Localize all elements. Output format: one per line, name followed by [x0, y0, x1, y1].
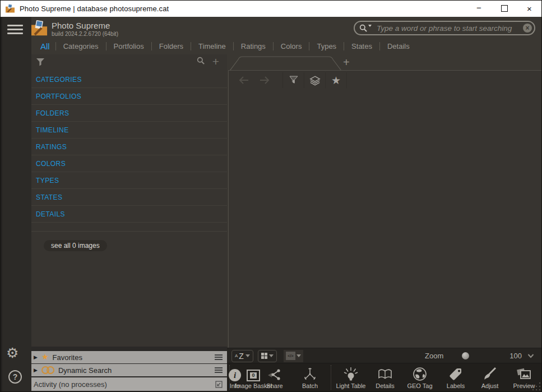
favorites-menu-icon[interactable] [215, 354, 223, 360]
dynamic-search-menu-icon[interactable] [215, 367, 223, 373]
favorites-panel-header[interactable]: ▶ ★ Favorites [29, 351, 227, 363]
app-header: Photo Supreme build 2024.2.2.6720 (64bit… [0, 17, 542, 38]
build-info: build 2024.2.2.6720 (64bit) [52, 31, 118, 37]
catalog-item-ratings[interactable]: RATINGS [29, 139, 227, 155]
tab-details[interactable]: Details [380, 42, 417, 50]
code-tag-icon: </> [286, 352, 295, 360]
tab-portfolios[interactable]: Portfolios [106, 42, 151, 50]
activity-label: Activity (no processes) [34, 380, 215, 389]
info-dropdown-icon [297, 354, 301, 357]
search-input[interactable] [376, 24, 523, 33]
action-bar: i Info 0 Image Basket Share Batch Light … [227, 363, 542, 392]
app-logo-icon [5, 4, 15, 13]
action-preview[interactable]: Preview [502, 365, 542, 389]
close-button[interactable]: × [517, 0, 542, 17]
favorites-star-icon: ★ [41, 352, 49, 361]
window-title: Photo Supreme | database photosupreme.ca… [20, 4, 169, 13]
zoom-dropdown-icon[interactable] [527, 353, 534, 358]
expand-triangle-icon[interactable]: ▶ [34, 367, 38, 373]
catalog-add-icon[interactable]: + [212, 56, 219, 67]
catalog-item-types[interactable]: TYPES [29, 172, 227, 189]
viewer-panel: ★ [228, 70, 542, 348]
batch-icon [288, 365, 332, 381]
viewer-nav-toolbar: ★ [229, 71, 542, 90]
stacks-icon[interactable] [304, 72, 325, 88]
tab-folders[interactable]: Folders [152, 42, 191, 50]
catalog-item-timeline[interactable]: TIMELINE [29, 122, 227, 139]
filter-icon[interactable] [36, 58, 45, 69]
catalog-search-icon[interactable] [197, 57, 205, 67]
app-name: Photo Supreme [52, 20, 118, 31]
thumbnail-info-button[interactable]: </> [284, 350, 303, 362]
see-all-images-button[interactable]: see all 0 images [44, 240, 107, 251]
catalog-list: CATEGORIES PORTFOLIOS FOLDERS TIMELINE R… [29, 71, 227, 223]
view-tab-bar: All Categories Portfolios Folders Timeli… [29, 38, 542, 54]
main-menu-icon[interactable] [7, 25, 23, 34]
dynamic-search-label: Dynamic Search [58, 366, 211, 375]
viewer-filter-icon[interactable] [282, 72, 304, 88]
sort-dropdown-icon [245, 354, 250, 357]
dynamic-search-icon [41, 366, 54, 374]
tab-timeline[interactable]: Timeline [191, 42, 233, 50]
forward-icon[interactable] [254, 72, 275, 88]
activity-panel[interactable]: Activity (no processes) [29, 377, 227, 391]
tab-colors[interactable]: Colors [274, 42, 309, 50]
zoom-value[interactable]: 100 [509, 352, 522, 360]
resize-grip[interactable] [539, 389, 540, 390]
catalog-item-colors[interactable]: COLORS [29, 155, 227, 172]
thumbnail-view-button[interactable] [258, 350, 277, 362]
new-tab-icon[interactable]: + [343, 56, 350, 69]
tab-ratings[interactable]: Ratings [234, 42, 273, 50]
zoom-slider[interactable] [462, 352, 469, 359]
collection-tab[interactable] [230, 56, 342, 71]
maximize-button[interactable] [492, 0, 517, 17]
left-bottom-panels: ▶ ★ Favorites ▶ Dynamic Search Activity … [29, 347, 227, 392]
dynamic-search-panel-header[interactable]: ▶ Dynamic Search [29, 364, 227, 376]
left-rail: ⚙ ? [0, 17, 31, 392]
back-icon[interactable] [233, 72, 254, 88]
catalog-item-details[interactable]: DETAILS [29, 206, 227, 223]
tab-all[interactable]: All [35, 41, 55, 51]
viewer-area: + ★ [227, 54, 542, 348]
catalog-item-states[interactable]: STATES [29, 189, 227, 206]
action-batch[interactable]: Batch [288, 365, 332, 389]
settings-gear-icon[interactable]: ⚙ [6, 345, 18, 361]
tab-categories[interactable]: Categories [56, 42, 106, 50]
rating-star-icon[interactable]: ★ [325, 72, 347, 88]
sort-order-button[interactable]: AZ [231, 350, 253, 362]
expand-triangle-icon[interactable]: ▶ [34, 354, 38, 360]
catalog-item-categories[interactable]: CATEGORIES [29, 71, 227, 88]
catalog-item-folders[interactable]: FOLDERS [29, 105, 227, 122]
photo-supreme-logo-icon [31, 20, 48, 36]
favorites-label: Favorites [52, 353, 211, 362]
viewer-bottom-toolbar: AZ </> Zoom 100 [227, 348, 542, 363]
minimize-button[interactable]: − [466, 0, 492, 17]
zoom-label: Zoom [425, 352, 443, 360]
search-box[interactable]: × [354, 21, 535, 35]
maximize-icon [501, 5, 508, 12]
app-brand: Photo Supreme build 2024.2.2.6720 (64bit… [31, 18, 118, 37]
catalog-panel: + CATEGORIES PORTFOLIOS FOLDERS TIMELINE… [29, 54, 227, 347]
help-icon[interactable]: ? [8, 370, 22, 384]
view-dropdown-icon [269, 354, 274, 357]
search-icon [359, 24, 372, 33]
tab-types[interactable]: Types [309, 42, 344, 50]
title-bar: Photo Supreme | database photosupreme.ca… [0, 0, 542, 17]
catalog-toolbar: + [29, 54, 227, 71]
activity-log-icon[interactable] [215, 381, 223, 388]
catalog-item-portfolios[interactable]: PORTFOLIOS [29, 88, 227, 105]
search-scope-dropdown-icon[interactable] [368, 25, 372, 27]
catalog-separator [29, 231, 227, 232]
preview-images-icon [502, 365, 542, 381]
search-clear-icon[interactable]: × [523, 24, 532, 33]
tab-states[interactable]: States [344, 42, 379, 50]
grid-view-icon [261, 353, 267, 359]
